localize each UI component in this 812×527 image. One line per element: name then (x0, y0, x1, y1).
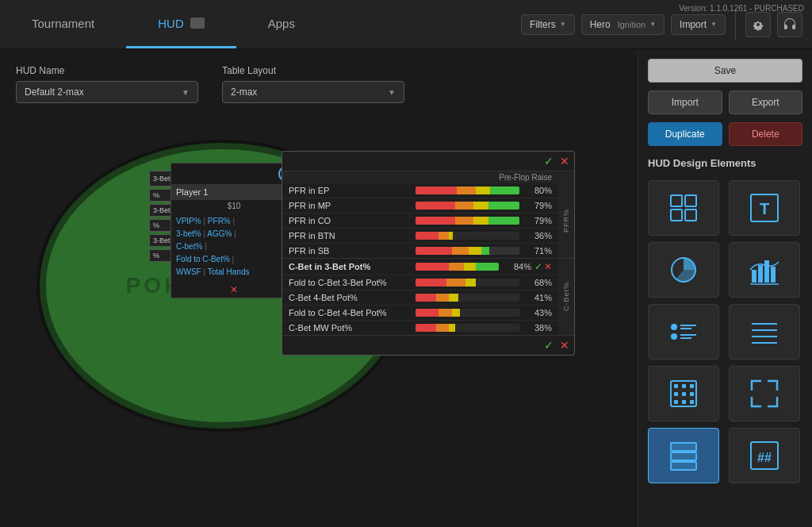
stat-bar (416, 279, 519, 287)
svg-rect-32 (671, 443, 696, 451)
hero-dropdown[interactable]: Hero Ignition ▼ (581, 14, 665, 35)
pfr-vertical-label: PFR% (558, 183, 574, 258)
svg-rect-23 (674, 384, 678, 388)
svg-rect-1 (685, 195, 696, 206)
confirm-button[interactable]: ✓ (544, 155, 553, 167)
stat-row: Fold to C-Bet 3-Bet Pot% 68% (282, 275, 558, 290)
cancel-button[interactable]: ✕ (560, 339, 569, 352)
duplicate-button[interactable]: Duplicate (648, 122, 722, 146)
svg-point-15 (671, 333, 677, 340)
stat-row: C-bet% | (176, 240, 292, 253)
stat-bar (416, 247, 519, 255)
top-bar: Version: 1.1.0.1261 - PURCHASED Tourname… (0, 0, 812, 49)
player-header: Player 1 ✕ (171, 184, 297, 200)
version-text: Version: 1.1.0.1261 - PURCHASED (679, 4, 804, 13)
settings-button[interactable] (745, 12, 771, 37)
design-element-bar[interactable] (729, 242, 800, 298)
stat-bar (416, 187, 519, 194)
svg-rect-3 (685, 210, 696, 221)
duplicate-delete-row: Duplicate Delete (648, 122, 802, 146)
card-list-icon (668, 316, 699, 348)
divider (735, 9, 736, 40)
tab-tournament[interactable]: Tournament (0, 0, 126, 48)
gear-icon (752, 18, 764, 31)
design-element-dotsgrid[interactable] (648, 366, 719, 421)
form-row: HUD Name Default 2-max ▼ Table Layout 2-… (16, 65, 622, 103)
cancel-icon[interactable]: ✕ (544, 261, 552, 272)
left-panel: HUD Name Default 2-max ▼ Table Layout 2-… (0, 49, 638, 527)
close-icon[interactable]: ✕ (230, 284, 238, 295)
design-element-lines[interactable] (729, 304, 800, 360)
hud-player-card: ? Player 1 ✕ $10 VPIP% | PFR% | 3-bet% |… (170, 163, 297, 298)
svg-rect-8 (758, 265, 763, 283)
stat-row: Fold to C-Bet 4-Bet Pot% 43% (282, 306, 558, 321)
right-panel: Save Import Export Duplicate Delete HUD … (638, 49, 812, 527)
panel-header: ✓ ✕ (282, 152, 574, 171)
design-element-rows[interactable] (648, 428, 719, 483)
stat-bar (416, 232, 519, 240)
svg-rect-30 (682, 400, 686, 404)
export-button[interactable]: Export (729, 90, 803, 114)
table-layout-select[interactable]: 2-max ▼ (222, 81, 404, 103)
stat-bar (416, 309, 519, 317)
section-header: Pre-Flop Raise (282, 171, 574, 183)
hud-stats: VPIP% | PFR% | 3-bet% | AGG% | C-bet% | … (171, 212, 297, 282)
hud-design-title: HUD Design Elements (648, 157, 802, 169)
chevron-down-icon: ▼ (388, 88, 396, 97)
svg-rect-7 (752, 270, 756, 283)
player-stack: $10 (171, 200, 297, 212)
corners-icon (749, 378, 780, 410)
main-content: HUD Name Default 2-max ▼ Table Layout 2-… (0, 49, 812, 527)
lines-icon (749, 316, 780, 348)
cancel-button[interactable]: ✕ (560, 155, 569, 167)
svg-rect-27 (682, 392, 686, 396)
tab-apps[interactable]: Apps (236, 0, 327, 48)
chevron-down-icon: ▼ (560, 21, 566, 28)
stat-detail-panel: ✓ ✕ Pre-Flop Raise PFR in EP (282, 151, 575, 356)
stat-bar (416, 263, 499, 271)
stat-row: VPIP% | PFR% | (176, 215, 292, 228)
headphone-button[interactable] (777, 12, 802, 37)
import-button[interactable]: Import (648, 90, 722, 114)
svg-text:##: ## (757, 451, 772, 464)
bar-chart-icon (749, 254, 780, 286)
hud-name-group: HUD Name Default 2-max ▼ (16, 65, 198, 103)
svg-rect-29 (674, 400, 678, 404)
hash-icon: ## (749, 440, 780, 471)
pie-icon (668, 254, 699, 286)
save-button[interactable]: Save (648, 59, 802, 83)
stat-row: C-Bet MW Pot% 38% (282, 321, 558, 335)
svg-rect-9 (764, 260, 769, 283)
tab-hud[interactable]: HUD (126, 0, 236, 48)
design-element-hash[interactable]: ## (729, 428, 800, 483)
rows-icon (668, 440, 699, 471)
import-dropdown[interactable]: Import ▼ (671, 14, 726, 35)
stat-bar (416, 202, 519, 210)
svg-rect-28 (690, 392, 694, 396)
dots-grid-icon (668, 378, 699, 410)
chevron-down-icon: ▼ (649, 21, 656, 28)
hud-name-select[interactable]: Default 2-max ▼ (16, 81, 198, 103)
cbet-vertical-label: C-Bet% (558, 259, 574, 335)
design-element-text[interactable]: T (729, 180, 800, 236)
stat-row: PFR in BTN 36% (282, 229, 558, 244)
panel-bottom-bar: ✓ ✕ (282, 335, 574, 355)
player-name: Player 1 (176, 187, 208, 197)
confirm-icon[interactable]: ✓ (534, 261, 542, 272)
grid-icon (668, 192, 699, 224)
confirm-button[interactable]: ✓ (544, 339, 553, 352)
design-element-cardlist[interactable] (648, 304, 719, 360)
svg-text:T: T (759, 200, 768, 217)
design-element-pie[interactable] (648, 242, 719, 298)
text-icon: T (749, 192, 780, 224)
stat-row: 3-bet% | AGG% | (176, 228, 292, 240)
delete-button[interactable]: Delete (729, 122, 803, 146)
svg-rect-25 (690, 384, 694, 388)
top-controls: Filters ▼ Hero Ignition ▼ Import ▼ (521, 9, 812, 40)
svg-rect-31 (690, 400, 694, 404)
design-element-grid[interactable] (648, 180, 719, 236)
stat-row: PFR in EP 80% (282, 183, 558, 198)
stat-row: C-Bet in 3-Bet Pot% 84% ✓ ✕ (282, 259, 558, 275)
filters-dropdown[interactable]: Filters ▼ (521, 14, 575, 35)
design-element-corners[interactable] (729, 366, 800, 421)
